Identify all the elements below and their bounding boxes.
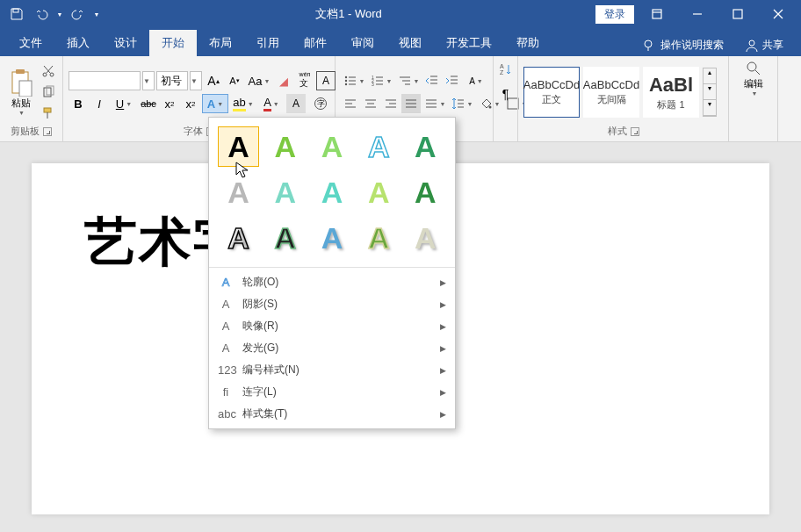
enclose-characters-button[interactable]: 字 [307, 94, 334, 113]
clipboard-dialog-launcher[interactable] [43, 127, 52, 136]
copy-button[interactable] [40, 84, 57, 100]
font-color-button[interactable]: A▼ [258, 94, 285, 113]
underline-button[interactable]: U▼ [111, 94, 137, 113]
text-effect-preset-4[interactable]: A [405, 126, 446, 167]
sort-button[interactable]: AZ [496, 60, 516, 79]
tab-design[interactable]: 设计 [102, 30, 149, 56]
text-effects-menu-item-2[interactable]: A映像(R)▶ [209, 315, 455, 337]
text-effect-preset-10[interactable]: A [218, 218, 259, 258]
italic-button[interactable]: I [90, 94, 109, 113]
text-effects-button[interactable]: A▼ [202, 94, 228, 113]
svg-text:Z: Z [500, 69, 504, 75]
text-effect-preset-2[interactable]: A [311, 126, 352, 167]
redo-button[interactable] [67, 3, 90, 25]
login-button[interactable]: 登录 [595, 5, 634, 24]
show-marks-button[interactable]: ¶ [496, 84, 516, 104]
svg-text:3: 3 [372, 82, 374, 87]
scissors-icon [41, 64, 55, 78]
undo-button[interactable] [30, 3, 53, 25]
tab-insert[interactable]: 插入 [54, 30, 102, 56]
tab-home[interactable]: 开始 [149, 30, 197, 56]
align-left-button[interactable] [341, 94, 360, 113]
qat-customize[interactable]: ▼ [91, 3, 102, 25]
asian-layout-button[interactable]: A▼ [463, 71, 489, 90]
phonetic-guide-button[interactable]: wén文 [295, 71, 314, 90]
paste-button[interactable]: 粘贴 ▼ [5, 68, 36, 116]
tab-mailings[interactable]: 邮件 [292, 30, 339, 56]
text-effect-preset-6[interactable]: A [264, 172, 306, 212]
menu-label: 阴影(S) [242, 297, 278, 312]
maximize-button[interactable] [720, 0, 755, 28]
tab-view[interactable]: 视图 [386, 30, 434, 56]
tell-me-label: 操作说明搜索 [660, 38, 724, 53]
text-effect-preset-3[interactable]: A [358, 126, 400, 167]
share-button[interactable]: 共享 [738, 34, 790, 56]
ribbon-display-button[interactable] [639, 0, 675, 28]
tab-file[interactable]: 文件 [7, 30, 54, 56]
search-icon [745, 60, 762, 77]
align-right-button[interactable] [381, 94, 400, 113]
tab-developer[interactable]: 开发工具 [434, 30, 504, 56]
text-effects-menu-item-0[interactable]: A轮廓(O)▶ [209, 271, 455, 293]
tab-review[interactable]: 审阅 [339, 30, 386, 56]
format-painter-button[interactable] [40, 105, 57, 121]
justify-button[interactable] [401, 94, 421, 113]
close-button[interactable] [761, 0, 796, 28]
save-button[interactable] [5, 3, 28, 25]
style-normal[interactable]: AaBbCcDd 正文 [523, 67, 580, 118]
text-effect-preset-11[interactable]: A [264, 218, 306, 258]
text-effect-preset-8[interactable]: A [358, 172, 400, 212]
font-size-dropdown[interactable]: ▼ [190, 71, 202, 90]
styles-dialog-launcher[interactable] [631, 127, 639, 136]
tab-references[interactable]: 引用 [244, 30, 292, 56]
subscript-button[interactable]: x2 [160, 94, 179, 113]
text-effects-gallery: AAAAAAAAAAAAAAA [209, 118, 455, 267]
clear-formatting-button[interactable]: ◢ [274, 71, 293, 90]
line-spacing-button[interactable]: ▼ [449, 94, 475, 113]
text-effects-menu-item-1[interactable]: A阴影(S)▶ [209, 293, 455, 315]
text-effect-preset-5[interactable]: A [218, 172, 259, 212]
strikethrough-button[interactable]: abc [139, 94, 158, 113]
text-effects-menu-item-3[interactable]: A发光(G)▶ [209, 337, 455, 359]
multilevel-list-button[interactable]: ▼ [395, 71, 422, 90]
font-name-dropdown[interactable]: ▼ [142, 71, 155, 90]
text-effect-preset-13[interactable]: A [358, 218, 400, 258]
qat-dropdown[interactable]: ▼ [54, 3, 65, 25]
text-effects-menu-item-5[interactable]: fi连字(L)▶ [209, 381, 455, 403]
font-name-combo[interactable] [69, 71, 141, 90]
tab-help[interactable]: 帮助 [504, 30, 552, 56]
style-heading-1[interactable]: AaBl 标题 1 [643, 67, 699, 118]
change-case-button[interactable]: Aa▼ [246, 71, 272, 90]
styles-group-label: 样式 [608, 125, 627, 138]
align-center-button[interactable] [361, 94, 380, 113]
minimize-button[interactable] [680, 0, 715, 28]
text-effects-menu-item-6[interactable]: abc样式集(T)▶ [209, 403, 455, 425]
font-size-combo[interactable]: 初号 [156, 71, 188, 90]
find-button[interactable]: 编辑 ▼ [734, 60, 773, 127]
text-effect-preset-12[interactable]: A [311, 218, 352, 258]
numbering-button[interactable]: 123▼ [368, 71, 394, 90]
text-effect-preset-7[interactable]: A [311, 172, 352, 212]
tab-layout[interactable]: 布局 [197, 30, 244, 56]
highlight-button[interactable]: ab▼ [230, 94, 256, 113]
distributed-button[interactable]: ▼ [422, 94, 448, 113]
bold-button[interactable]: B [69, 94, 88, 113]
text-effect-preset-0[interactable]: A [218, 126, 259, 167]
shrink-font-button[interactable]: A▾ [225, 71, 244, 90]
superscript-button[interactable]: x2 [181, 94, 200, 113]
grow-font-button[interactable]: A▴ [204, 71, 223, 90]
text-effect-preset-14[interactable]: A [405, 218, 446, 258]
cut-button[interactable] [40, 63, 57, 79]
text-effects-menu-item-4[interactable]: 123编号样式(N)▶ [209, 359, 455, 381]
style-no-spacing[interactable]: AaBbCcDd 无间隔 [583, 67, 639, 118]
decrease-indent-button[interactable] [422, 71, 442, 90]
tell-me-search[interactable]: 操作说明搜索 [632, 34, 732, 56]
styles-gallery-more[interactable]: ▴▾▾ [703, 68, 717, 117]
text-effect-preset-1[interactable]: A [264, 126, 306, 167]
character-border-button[interactable]: A [316, 71, 336, 90]
bullets-button[interactable]: ▼ [341, 71, 367, 90]
menu-icon: 123 [218, 363, 234, 377]
text-effect-preset-9[interactable]: A [405, 172, 446, 212]
increase-indent-button[interactable] [443, 71, 462, 90]
character-shading-button[interactable]: A [286, 94, 306, 113]
